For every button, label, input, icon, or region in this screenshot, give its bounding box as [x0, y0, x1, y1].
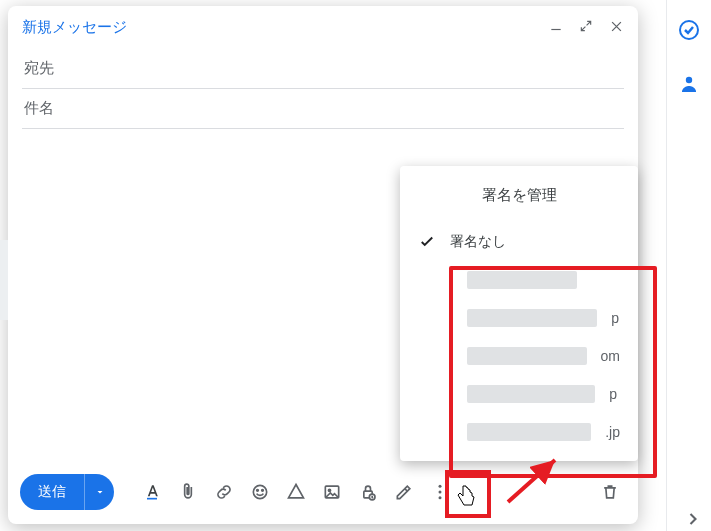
redacted — [467, 347, 587, 365]
signature-prefix: l — [450, 424, 453, 440]
signature-prefix: i — [450, 310, 453, 326]
send-options-button[interactable] — [84, 474, 114, 510]
svg-point-10 — [439, 491, 442, 494]
signature-none[interactable]: 署名なし — [400, 223, 638, 261]
tasks-icon[interactable] — [677, 18, 701, 42]
format-text-icon[interactable] — [136, 476, 168, 508]
background-sliver — [0, 240, 8, 320]
insert-signature-icon[interactable] — [388, 476, 420, 508]
minimize-icon[interactable] — [549, 19, 563, 37]
svg-point-6 — [328, 489, 330, 491]
signature-suffix: p — [609, 386, 617, 402]
signature-none-label: 署名なし — [450, 233, 506, 251]
signature-menu-title[interactable]: 署名を管理 — [400, 178, 638, 223]
svg-point-11 — [439, 496, 442, 499]
side-panel — [666, 0, 711, 531]
to-label: 宛先 — [24, 59, 54, 76]
confidential-mode-icon[interactable] — [352, 476, 384, 508]
signature-suffix: .jp — [605, 424, 620, 440]
insert-emoji-icon[interactable] — [244, 476, 276, 508]
signature-option[interactable]: i p — [400, 299, 638, 337]
redacted — [467, 271, 577, 289]
signature-suffix: p — [611, 310, 619, 326]
compose-window: 新規メッセージ 宛先 件名 送信 — [8, 6, 638, 524]
signature-menu: 署名を管理 署名なし i i p i — [400, 166, 638, 461]
svg-rect-1 — [147, 498, 157, 500]
svg-rect-0 — [551, 28, 560, 29]
svg-point-3 — [257, 490, 259, 492]
discard-draft-icon[interactable] — [594, 476, 626, 508]
signature-prefix: i — [450, 348, 453, 364]
chevron-right-icon[interactable] — [681, 507, 705, 531]
insert-image-icon[interactable] — [316, 476, 348, 508]
redacted — [467, 385, 595, 403]
redacted — [467, 423, 591, 441]
subject-label: 件名 — [24, 99, 54, 116]
expand-icon[interactable] — [579, 19, 593, 37]
contacts-icon[interactable] — [677, 72, 701, 96]
redacted — [467, 309, 597, 327]
signature-option[interactable]: i — [400, 261, 638, 299]
svg-point-13 — [686, 77, 692, 83]
compose-header: 新規メッセージ — [8, 6, 638, 49]
close-icon[interactable] — [609, 19, 624, 37]
signature-option[interactable]: i p — [400, 375, 638, 413]
insert-drive-icon[interactable] — [280, 476, 312, 508]
signature-suffix: om — [601, 348, 620, 364]
attach-file-icon[interactable] — [172, 476, 204, 508]
signature-prefix: i — [450, 272, 453, 288]
signature-prefix: i — [450, 386, 453, 402]
signature-option[interactable]: l .jp — [400, 413, 638, 451]
svg-point-2 — [253, 485, 266, 498]
svg-point-4 — [262, 490, 264, 492]
check-icon — [418, 233, 436, 251]
to-field[interactable]: 宛先 — [22, 49, 624, 89]
compose-title: 新規メッセージ — [22, 18, 127, 37]
insert-link-icon[interactable] — [208, 476, 240, 508]
subject-field[interactable]: 件名 — [22, 89, 624, 129]
send-button[interactable]: 送信 — [20, 474, 84, 510]
svg-point-9 — [439, 485, 442, 488]
compose-toolbar: 送信 — [8, 464, 638, 524]
signature-option[interactable]: i om — [400, 337, 638, 375]
more-options-icon[interactable] — [424, 476, 456, 508]
